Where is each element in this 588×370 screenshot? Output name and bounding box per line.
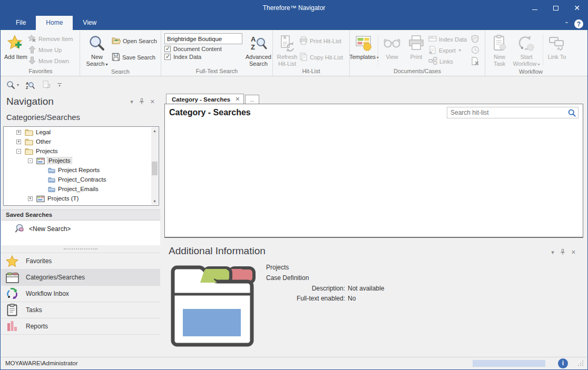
scroll-thumb[interactable] [152, 162, 158, 175]
copy-hitlist-label: Copy Hit-List [310, 54, 343, 61]
move-up-button[interactable]: Move Up [28, 45, 73, 54]
print-hitlist-button[interactable]: Print Hit-List [299, 36, 343, 45]
tree-item-project-contracts[interactable]: Project_Contracts [4, 175, 151, 184]
open-search-icon [112, 37, 121, 45]
pane-close-icon[interactable]: ✕ [150, 98, 155, 105]
tree-item-published-media[interactable]: + Published Media [4, 203, 151, 205]
tree-item-legal[interactable]: + Legal [4, 127, 151, 137]
info-icon[interactable]: i [558, 358, 568, 368]
tree-item-projects-folder[interactable]: - Projects [4, 146, 151, 156]
group-label-fulltext: Full-Text Search [161, 67, 272, 76]
scroll-up-icon[interactable]: ▲ [151, 127, 158, 134]
permissions-button[interactable] [471, 35, 479, 44]
tree-item-projects-case[interactable]: - Projects [4, 156, 151, 165]
tree-item-project-emails[interactable]: Project_Emails [4, 184, 151, 194]
resize-grip-icon[interactable] [577, 360, 584, 366]
ribbon-group-hitlist: Refresh Hit-List Print Hit-List Copy Hit… [273, 31, 350, 76]
document-content-checkbox[interactable]: Document Content [164, 46, 242, 52]
collapse-icon[interactable]: - [16, 149, 21, 154]
print-button[interactable]: Print [404, 32, 428, 67]
export-label: Export [439, 47, 456, 54]
minimize-button[interactable] [524, 1, 545, 15]
tab-file[interactable]: File [6, 16, 36, 30]
hit-list-search-input[interactable] [447, 109, 565, 116]
collapse-ribbon-icon[interactable]: ⌃ [564, 21, 569, 26]
sidebar-item-categories[interactable]: Categories/Searches [1, 269, 160, 286]
fulltext-enabled-label: Full-text enabled: [266, 295, 345, 302]
export-button[interactable]: Export [428, 46, 467, 55]
open-search-button[interactable]: Open Search [112, 36, 157, 45]
navigation-pane: Navigation ▾ ✕ Categories/Searches + L [1, 93, 160, 356]
save-search-label: Save Search [122, 54, 155, 61]
start-workflow-icon [517, 34, 535, 53]
doc-index-data-button[interactable]: Index Data [428, 35, 467, 44]
sidebar-item-tasks[interactable]: Tasks [1, 302, 160, 318]
move-down-button[interactable]: Move Down [28, 56, 73, 65]
save-search-button[interactable]: Save Search [112, 53, 157, 62]
maximize-button[interactable] [545, 1, 566, 15]
refresh-hitlist-button[interactable]: Refresh Hit-List [275, 32, 299, 67]
start-workflow-button[interactable]: Start Workflow [512, 32, 541, 68]
new-search-button[interactable]: New Search [82, 32, 112, 68]
pane-close-icon[interactable]: ✕ [571, 249, 576, 256]
toolbar-overflow-button[interactable]: ▾ [57, 83, 62, 87]
tree-scrollbar[interactable]: ▲ ▼ [151, 127, 158, 205]
close-button[interactable]: ✕ [566, 1, 587, 15]
search-icon[interactable] [565, 109, 578, 117]
quick-search-caret-icon: ▾ [17, 83, 19, 87]
link-to-button[interactable]: Link To [545, 32, 569, 68]
move-up-icon [28, 45, 36, 55]
expand-icon[interactable]: + [16, 139, 21, 144]
links-button[interactable]: Links [428, 57, 467, 66]
navigation-pane-title: Navigation [6, 96, 130, 107]
fulltext-query-input[interactable] [164, 33, 242, 44]
view-button[interactable]: View [380, 32, 404, 67]
expand-icon[interactable]: + [16, 130, 21, 135]
quick-refresh-button[interactable] [42, 81, 51, 89]
category-tree: + Legal + Other - Projects [3, 126, 159, 206]
pane-splitter-handle[interactable] [1, 245, 160, 253]
tree-item-project-reports[interactable]: Project Reports [4, 165, 151, 175]
sidebar-item-reports[interactable]: Reports [1, 318, 160, 335]
scroll-down-icon[interactable]: ▼ [151, 198, 158, 205]
tree-item-other[interactable]: + Other [4, 137, 151, 146]
tab-category-searches[interactable]: Category - Searches ✕ [166, 94, 244, 104]
case-definition-image [169, 264, 256, 348]
remove-item-button[interactable]: Remove Item [28, 34, 73, 43]
tab-home[interactable]: Home [36, 16, 73, 30]
sidebar-item-favorites[interactable]: Favorites [1, 253, 160, 269]
tab-view[interactable]: View [73, 16, 106, 30]
pane-menu-caret-icon[interactable]: ▾ [130, 98, 133, 105]
help-icon[interactable]: ? [574, 19, 583, 28]
vertical-splitter[interactable] [160, 93, 164, 356]
collapse-icon[interactable]: - [28, 158, 33, 163]
new-search-item[interactable]: <New Search> [1, 224, 160, 234]
quick-advanced-search-button[interactable]: AZ [25, 81, 35, 89]
index-data-checkbox[interactable]: Index Data [164, 54, 242, 60]
minimize-icon [532, 9, 537, 10]
copy-hitlist-button[interactable]: Copy Hit-List [299, 53, 343, 62]
delete-document-button[interactable] [471, 57, 479, 66]
add-item-button[interactable]: Add Item [4, 32, 28, 67]
advanced-search-button[interactable]: AZ Advanced Search [246, 32, 271, 67]
tree-item-label: Other [36, 138, 51, 145]
category-icon [48, 176, 55, 183]
new-task-button[interactable]: New Task [487, 32, 512, 68]
ribbon-group-fulltext: Document Content Index Data AZ Advanced … [161, 31, 273, 76]
quick-search-button[interactable]: ▾ [6, 81, 19, 89]
templates-button[interactable]: Templates [352, 32, 376, 67]
tab-close-icon[interactable]: ✕ [235, 96, 240, 103]
tab-overflow[interactable]: ... [245, 95, 259, 104]
tree-item-projects-t[interactable]: + Projects (T) [4, 194, 151, 203]
pane-pin-icon[interactable] [560, 249, 565, 256]
export-icon [428, 46, 437, 55]
horizontal-splitter[interactable] [164, 238, 583, 244]
pane-pin-icon[interactable] [139, 98, 144, 105]
pane-menu-caret-icon[interactable]: ▾ [551, 249, 554, 256]
description-value: Not available [348, 285, 384, 292]
expand-icon[interactable]: + [28, 196, 33, 201]
maximize-icon [553, 6, 558, 11]
sidebar-item-workflow-inbox[interactable]: Workflow Inbox [1, 286, 160, 302]
description-label: Description: [266, 285, 345, 292]
history-button[interactable] [471, 46, 479, 55]
